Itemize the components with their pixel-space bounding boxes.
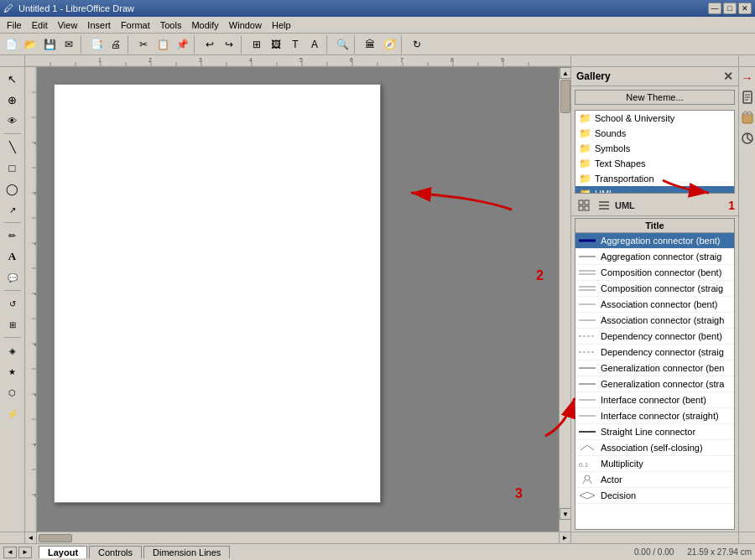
zoom-tool[interactable]: ⊕ (3, 90, 23, 110)
uml-item-4[interactable]: Association connector (bent) (575, 297, 734, 313)
star-tool[interactable]: ★ (3, 361, 23, 381)
menu-tools[interactable]: Tools (155, 18, 187, 32)
next-page-btn[interactable]: ► (18, 547, 32, 558)
scroll-right-btn[interactable]: ► (559, 532, 570, 544)
scroll-up-btn[interactable]: ▲ (560, 67, 570, 79)
select-tool[interactable]: ↖ (3, 69, 23, 89)
save-button[interactable]: 💾 (40, 35, 59, 54)
copy-button[interactable]: 📋 (154, 35, 172, 54)
insert-wordart[interactable]: A (305, 35, 324, 54)
scroll-thumb[interactable] (560, 80, 570, 113)
rotate-btn[interactable]: ↻ (408, 35, 426, 54)
minimize-button[interactable]: — (708, 3, 721, 14)
open-button[interactable]: 📂 (21, 35, 39, 54)
connector-tool[interactable]: ↗ (3, 200, 23, 220)
uml-item-9[interactable]: Generalization connector (stra (575, 376, 734, 392)
uml-item-8[interactable]: Generalization connector (ben (575, 360, 734, 376)
folder-icon: 📁 (579, 158, 591, 169)
sidebar-btn-1[interactable]: → (740, 69, 755, 87)
paste-button[interactable]: 📌 (173, 35, 191, 54)
gallery-close-button[interactable]: ✕ (723, 70, 733, 82)
pan-tool[interactable]: 👁 (3, 111, 23, 131)
redo-button[interactable]: ↪ (220, 35, 238, 54)
line-preview (579, 491, 596, 500)
uml-item-12[interactable]: Straight Line connector (575, 424, 734, 440)
uml-item-10[interactable]: Interface connector (bent) (575, 392, 734, 408)
special-tool[interactable]: ⚡ (3, 403, 23, 423)
maximize-button[interactable]: □ (723, 3, 737, 14)
flowchart-tool[interactable]: ⬡ (3, 382, 23, 402)
cut-button[interactable]: ✂ (134, 35, 153, 54)
scroll-left-btn[interactable]: ◄ (25, 532, 37, 544)
uml-item-13[interactable]: Association (self-closing) (575, 440, 734, 456)
grid-view-button[interactable] (575, 197, 593, 214)
email-button[interactable]: ✉ (60, 35, 78, 54)
uml-items-list[interactable]: Title Aggregation connector (bent) Aggre… (575, 218, 735, 530)
line-tool[interactable]: ╲ (3, 137, 23, 157)
sidebar-btn-4[interactable] (740, 129, 755, 148)
menu-help[interactable]: Help (267, 18, 296, 32)
uml-item-15[interactable]: Actor (575, 472, 734, 488)
h-scrollbar[interactable]: ◄ ► (25, 532, 570, 543)
item-label: Interface connector (straight) (601, 411, 719, 421)
uml-item-0[interactable]: Aggregation connector (bent) (575, 233, 734, 249)
item-label: Association connector (bent) (601, 299, 717, 309)
theme-sounds[interactable]: 📁 Sounds (575, 126, 734, 141)
uml-item-16[interactable]: Decision (575, 488, 734, 504)
uml-item-1[interactable]: Aggregation connector (straig (575, 249, 734, 265)
canvas-vscrollbar[interactable]: ▲ ▼ (559, 67, 570, 531)
uml-item-14[interactable]: 0.1 Multiplicity (575, 456, 734, 472)
gallery-btn[interactable]: 🏛 (361, 35, 379, 54)
list-view-button[interactable] (595, 197, 613, 214)
callout-tool[interactable]: 💬 (3, 267, 23, 288)
uml-item-3[interactable]: Composition connector (straig (575, 281, 734, 297)
uml-item-5[interactable]: Association connector (straigh (575, 313, 734, 329)
uml-item-2[interactable]: Composition connector (bent) (575, 265, 734, 281)
rect-tool[interactable]: □ (3, 158, 23, 178)
gallery-themes-list[interactable]: 📁 School & University 📁 Sounds 📁 Symbols… (575, 110, 735, 194)
line-preview (579, 348, 596, 356)
menu-format[interactable]: Format (116, 18, 155, 32)
tab-controls[interactable]: Controls (89, 546, 142, 558)
new-button[interactable]: 📄 (2, 35, 20, 54)
uml-item-6[interactable]: Dependency connector (bent) (575, 329, 734, 345)
tab-layout[interactable]: Layout (39, 546, 87, 558)
rotate-tool[interactable]: ↺ (3, 293, 23, 314)
theme-text-shapes[interactable]: 📁 Text Shapes (575, 156, 734, 171)
sidebar-btn-3[interactable] (740, 109, 755, 127)
menu-edit[interactable]: Edit (27, 18, 53, 32)
new-theme-button[interactable]: New Theme... (575, 90, 735, 105)
drawing-area[interactable]: 2 3 (37, 67, 559, 531)
menu-view[interactable]: View (53, 18, 83, 32)
h-scroll-thumb[interactable] (39, 534, 72, 542)
prev-page-btn[interactable]: ◄ (3, 547, 17, 558)
sidebar-btn-2[interactable] (740, 89, 755, 107)
theme-symbols[interactable]: 📁 Symbols (575, 141, 734, 156)
zoom-out[interactable]: 🔍 (333, 35, 351, 54)
theme-transportation[interactable]: 📁 Transportation (575, 171, 734, 186)
insert-frame[interactable]: ⊞ (247, 35, 266, 54)
theme-uml[interactable]: 📁 UML (575, 186, 734, 194)
tab-dimension-lines[interactable]: Dimension Lines (143, 546, 230, 558)
line-preview (579, 252, 596, 261)
theme-school[interactable]: 📁 School & University (575, 111, 734, 126)
menu-modify[interactable]: Modify (186, 18, 223, 32)
undo-button[interactable]: ↩ (200, 35, 219, 54)
menu-window[interactable]: Window (224, 18, 267, 32)
uml-item-11[interactable]: Interface connector (straight) (575, 408, 734, 424)
pdf-button[interactable]: 📑 (87, 35, 106, 54)
uml-item-7[interactable]: Dependency connector (straig (575, 345, 734, 360)
ellipse-tool[interactable]: ◯ (3, 179, 23, 199)
insert-text[interactable]: T (286, 35, 305, 54)
table-tool[interactable]: ⊞ (3, 314, 23, 334)
shapes-tool[interactable]: ◈ (3, 340, 23, 360)
menu-insert[interactable]: Insert (82, 18, 116, 32)
scroll-down-btn[interactable]: ▼ (560, 508, 570, 520)
insert-image[interactable]: 🖼 (267, 35, 285, 54)
text-tool[interactable]: A (3, 246, 23, 267)
print-button[interactable]: 🖨 (107, 35, 125, 54)
menu-file[interactable]: File (2, 18, 27, 32)
close-button[interactable]: ✕ (738, 3, 752, 14)
pencil-tool[interactable]: ✏ (3, 226, 23, 246)
navigator-btn[interactable]: 🧭 (380, 35, 398, 54)
